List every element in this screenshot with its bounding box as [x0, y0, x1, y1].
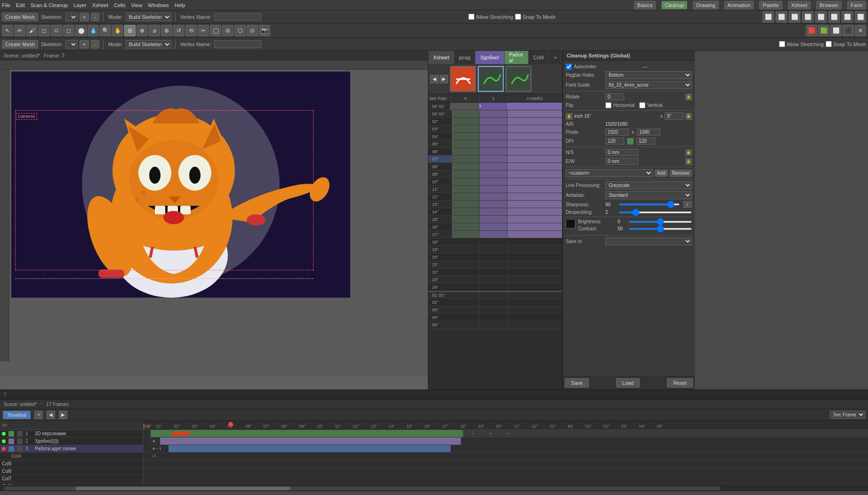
cell-m-4[interactable]	[507, 140, 562, 147]
icon-btn1[interactable]: ⬜	[763, 11, 774, 23]
autocenter-checkbox[interactable]	[566, 64, 572, 70]
rotate-input[interactable]	[605, 93, 624, 100]
cell-1-25[interactable]	[480, 299, 507, 306]
add-btn[interactable]: Add	[655, 170, 668, 177]
cell-1-12[interactable]	[480, 201, 507, 208]
cell-a-6[interactable]	[452, 155, 480, 162]
rotate-lock[interactable]: 🔒	[685, 94, 692, 100]
menu-view[interactable]: View	[131, 2, 142, 8]
cell-m-11[interactable]	[507, 193, 562, 200]
vertex-name-input[interactable]	[214, 13, 261, 21]
cell-m-28[interactable]	[507, 321, 562, 328]
dpi-input1[interactable]	[605, 138, 624, 145]
cell-a-2[interactable]	[452, 125, 480, 132]
menu-scan[interactable]: Scan & Cleanup	[31, 2, 68, 8]
deform-tool[interactable]: ⌀	[149, 25, 160, 36]
contour-tool[interactable]: ◯	[210, 25, 221, 36]
color-btn1[interactable]: 🟥	[806, 25, 817, 36]
menu-layer[interactable]: Layer	[73, 2, 87, 8]
cell-1-24[interactable]	[480, 292, 507, 298]
cell-1-6[interactable]	[480, 155, 507, 162]
icon-btn7[interactable]: ⬜	[842, 11, 853, 23]
cell-m-1[interactable]	[507, 118, 562, 125]
hand-tool[interactable]: ✋	[112, 25, 123, 36]
lasso-tool[interactable]: ⊂	[51, 25, 62, 36]
scrollbar-thumb[interactable]	[75, 487, 290, 490]
cell-m-21[interactable]	[507, 268, 562, 276]
cell-a-10[interactable]	[452, 186, 480, 193]
cell-m-24[interactable]	[507, 292, 562, 298]
cell-1-13[interactable]	[480, 208, 507, 215]
ns-lock[interactable]: 🔒	[685, 149, 692, 156]
timeline-tab[interactable]: Timeline	[3, 411, 31, 419]
save-in-select[interactable]	[605, 237, 692, 245]
cell-a-18[interactable]	[452, 246, 480, 253]
cell-1-9[interactable]	[480, 178, 507, 185]
cell-m-26[interactable]	[507, 306, 562, 313]
cell-a-5[interactable]	[452, 148, 480, 155]
eraser-tool[interactable]: ◻	[63, 25, 74, 36]
menu-cells[interactable]: Cells	[114, 2, 125, 8]
cell-m-22[interactable]	[507, 276, 562, 283]
track-lock-1[interactable]	[17, 431, 23, 437]
bone-tool[interactable]: ⊕	[137, 25, 148, 36]
pixels-w-input[interactable]	[605, 129, 629, 136]
ew-input[interactable]	[605, 158, 638, 165]
cell-a-22[interactable]	[452, 276, 480, 283]
icon-btn4[interactable]: ⬜	[802, 11, 813, 23]
drawing-btn[interactable]: Drawing	[693, 1, 718, 9]
cell-m-19[interactable]	[507, 253, 562, 260]
scrollbar-track[interactable]	[4, 487, 721, 490]
snap-to-mesh-checkbox[interactable]	[515, 14, 521, 20]
cell-m-0[interactable]	[507, 110, 562, 117]
cut-tool[interactable]: ✂	[198, 25, 209, 36]
eyedrop-tool[interactable]: 💧	[88, 25, 99, 36]
cell-a-23[interactable]	[452, 284, 480, 291]
cell-1-15[interactable]	[480, 223, 507, 230]
cell-1-3[interactable]	[480, 133, 507, 140]
cell-1-28[interactable]	[480, 321, 507, 328]
cell-1-18[interactable]	[480, 246, 507, 253]
load-button[interactable]: Load	[616, 378, 640, 388]
next-col[interactable]: ▶	[440, 75, 448, 83]
cell-1-2[interactable]	[480, 125, 507, 132]
cell-1-22[interactable]	[480, 276, 507, 283]
xsheet-tab-0[interactable]: Xsheet	[428, 51, 454, 64]
tl-filled-1[interactable]	[151, 430, 464, 437]
cell-m-12[interactable]	[507, 201, 562, 208]
cell-a-16[interactable]	[452, 231, 480, 238]
xsheet-tab-4[interactable]: Col4	[529, 51, 549, 64]
width-lock[interactable]: 🔒	[566, 113, 572, 120]
select-tool[interactable]: ◻	[39, 25, 50, 36]
cell-a-4[interactable]	[452, 140, 480, 147]
custom-select[interactable]: <custom>	[566, 169, 653, 177]
cell-m-18[interactable]	[507, 246, 562, 253]
skeleton-select2[interactable]	[65, 40, 78, 49]
cell-a-26[interactable]	[452, 306, 480, 313]
cell-1-14[interactable]	[480, 216, 507, 223]
zoom-tool[interactable]: 🔍	[100, 25, 111, 36]
basics-btn[interactable]: Basics	[634, 1, 656, 9]
brightness-slider[interactable]	[629, 221, 692, 223]
save-button[interactable]: Save	[565, 378, 589, 388]
allow-stretching-checkbox[interactable]	[468, 14, 474, 20]
pixels-h-input[interactable]	[637, 129, 660, 136]
icon-btn2[interactable]: ⬜	[776, 11, 787, 23]
reset-button[interactable]: Reset	[667, 378, 693, 388]
icon-btn8[interactable]: ⬜	[855, 11, 866, 23]
horizontal-check[interactable]	[605, 102, 611, 108]
color-btn2[interactable]: 🟩	[818, 25, 829, 36]
next-frame-tl[interactable]: ▶	[59, 411, 67, 419]
cell-a-25[interactable]	[452, 299, 480, 306]
cell-m-8[interactable]	[507, 170, 562, 178]
xsheet-body[interactable]: 00' 01" 1 00' 01" 02" 03"	[428, 103, 562, 390]
farm-btn[interactable]: Farm	[847, 1, 866, 9]
cell-a-11[interactable]	[452, 193, 480, 200]
frame-unit-select[interactable]: Sec Frame	[830, 411, 865, 419]
cell-a-1[interactable]	[452, 118, 480, 125]
cell-m-25[interactable]	[507, 299, 562, 306]
allow-stretching2[interactable]: Allow Stretching	[779, 41, 824, 47]
animation-btn[interactable]: Animation	[724, 1, 754, 9]
track-lock-2[interactable]	[17, 438, 23, 444]
cell-m0[interactable]	[506, 103, 562, 110]
